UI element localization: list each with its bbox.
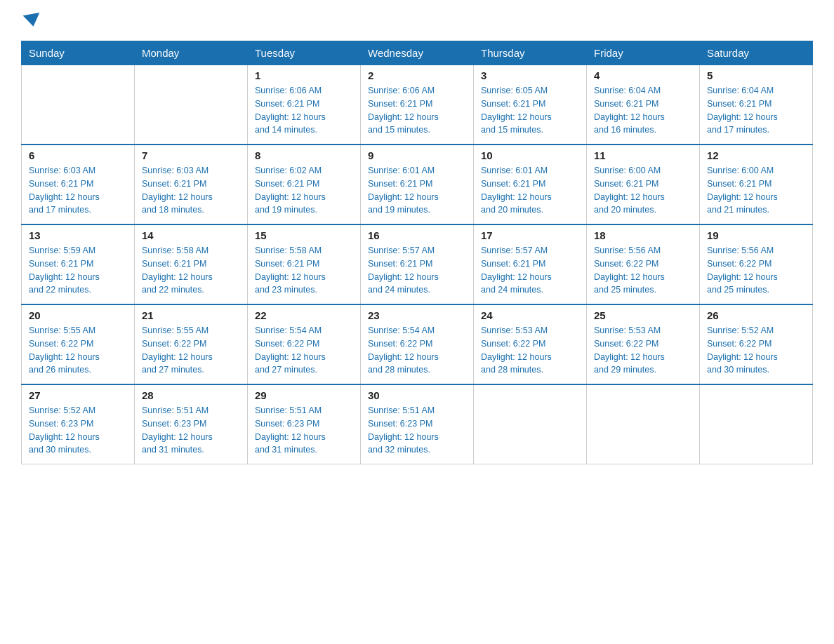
day-info: Sunrise: 5:52 AM Sunset: 6:22 PM Dayligh… [707,324,805,377]
day-number: 2 [368,69,466,81]
calendar-cell [587,384,700,464]
day-number: 16 [368,229,466,241]
calendar-cell: 10Sunrise: 6:01 AM Sunset: 6:21 PM Dayli… [474,145,587,224]
calendar-cell [135,65,248,145]
day-info: Sunrise: 6:05 AM Sunset: 6:21 PM Dayligh… [481,84,579,137]
calendar-cell: 26Sunrise: 5:52 AM Sunset: 6:22 PM Dayli… [700,304,813,384]
day-info: Sunrise: 5:52 AM Sunset: 6:23 PM Dayligh… [29,404,127,457]
calendar-cell: 20Sunrise: 5:55 AM Sunset: 6:22 PM Dayli… [22,304,135,384]
calendar-header-row: SundayMondayTuesdayWednesdayThursdayFrid… [22,41,813,65]
day-info: Sunrise: 6:00 AM Sunset: 6:21 PM Dayligh… [707,164,805,217]
day-info: Sunrise: 6:02 AM Sunset: 6:21 PM Dayligh… [255,164,353,217]
calendar-week-5: 27Sunrise: 5:52 AM Sunset: 6:23 PM Dayli… [22,384,813,464]
day-info: Sunrise: 6:03 AM Sunset: 6:21 PM Dayligh… [142,164,240,217]
day-number: 13 [29,229,127,241]
day-info: Sunrise: 6:01 AM Sunset: 6:21 PM Dayligh… [368,164,466,217]
calendar-cell: 4Sunrise: 6:04 AM Sunset: 6:21 PM Daylig… [587,65,700,145]
calendar-cell: 12Sunrise: 6:00 AM Sunset: 6:21 PM Dayli… [700,145,813,224]
day-info: Sunrise: 6:00 AM Sunset: 6:21 PM Dayligh… [594,164,692,217]
calendar-cell: 16Sunrise: 5:57 AM Sunset: 6:21 PM Dayli… [361,224,474,304]
day-info: Sunrise: 5:58 AM Sunset: 6:21 PM Dayligh… [142,244,240,297]
day-info: Sunrise: 5:58 AM Sunset: 6:21 PM Dayligh… [255,244,353,297]
day-info: Sunrise: 5:51 AM Sunset: 6:23 PM Dayligh… [255,404,353,457]
day-info: Sunrise: 5:56 AM Sunset: 6:22 PM Dayligh… [594,244,692,297]
day-info: Sunrise: 5:51 AM Sunset: 6:23 PM Dayligh… [142,404,240,457]
day-number: 18 [594,229,692,241]
day-info: Sunrise: 6:04 AM Sunset: 6:21 PM Dayligh… [594,84,692,137]
day-header-saturday: Saturday [700,41,813,65]
day-header-tuesday: Tuesday [248,41,361,65]
day-number: 14 [142,229,240,241]
page-header [21,14,813,27]
day-info: Sunrise: 6:04 AM Sunset: 6:21 PM Dayligh… [707,84,805,137]
day-number: 27 [29,389,127,401]
calendar-cell: 13Sunrise: 5:59 AM Sunset: 6:21 PM Dayli… [22,224,135,304]
day-info: Sunrise: 5:54 AM Sunset: 6:22 PM Dayligh… [255,324,353,377]
day-number: 28 [142,389,240,401]
day-info: Sunrise: 5:53 AM Sunset: 6:22 PM Dayligh… [481,324,579,377]
calendar-cell: 24Sunrise: 5:53 AM Sunset: 6:22 PM Dayli… [474,304,587,384]
day-number: 25 [594,309,692,321]
calendar-cell: 29Sunrise: 5:51 AM Sunset: 6:23 PM Dayli… [248,384,361,464]
day-number: 6 [29,149,127,161]
calendar-cell: 30Sunrise: 5:51 AM Sunset: 6:23 PM Dayli… [361,384,474,464]
day-header-thursday: Thursday [474,41,587,65]
day-number: 24 [481,309,579,321]
day-header-friday: Friday [587,41,700,65]
day-number: 29 [255,389,353,401]
logo [21,14,41,27]
day-info: Sunrise: 5:59 AM Sunset: 6:21 PM Dayligh… [29,244,127,297]
calendar-cell: 15Sunrise: 5:58 AM Sunset: 6:21 PM Dayli… [248,224,361,304]
day-number: 17 [481,229,579,241]
calendar-cell: 19Sunrise: 5:56 AM Sunset: 6:22 PM Dayli… [700,224,813,304]
calendar-week-4: 20Sunrise: 5:55 AM Sunset: 6:22 PM Dayli… [22,304,813,384]
calendar-cell: 18Sunrise: 5:56 AM Sunset: 6:22 PM Dayli… [587,224,700,304]
calendar-cell: 8Sunrise: 6:02 AM Sunset: 6:21 PM Daylig… [248,145,361,224]
day-info: Sunrise: 5:56 AM Sunset: 6:22 PM Dayligh… [707,244,805,297]
day-info: Sunrise: 5:57 AM Sunset: 6:21 PM Dayligh… [481,244,579,297]
day-info: Sunrise: 5:53 AM Sunset: 6:22 PM Dayligh… [594,324,692,377]
calendar-cell: 25Sunrise: 5:53 AM Sunset: 6:22 PM Dayli… [587,304,700,384]
calendar-week-1: 1Sunrise: 6:06 AM Sunset: 6:21 PM Daylig… [22,65,813,145]
day-number: 5 [707,69,805,81]
day-number: 12 [707,149,805,161]
calendar-cell: 28Sunrise: 5:51 AM Sunset: 6:23 PM Dayli… [135,384,248,464]
logo-arrow-icon [23,13,42,28]
calendar-cell: 11Sunrise: 6:00 AM Sunset: 6:21 PM Dayli… [587,145,700,224]
day-info: Sunrise: 6:06 AM Sunset: 6:21 PM Dayligh… [368,84,466,137]
calendar-cell: 14Sunrise: 5:58 AM Sunset: 6:21 PM Dayli… [135,224,248,304]
day-number: 15 [255,229,353,241]
calendar-cell: 1Sunrise: 6:06 AM Sunset: 6:21 PM Daylig… [248,65,361,145]
calendar-cell: 3Sunrise: 6:05 AM Sunset: 6:21 PM Daylig… [474,65,587,145]
calendar-table: SundayMondayTuesdayWednesdayThursdayFrid… [21,41,813,464]
calendar-week-2: 6Sunrise: 6:03 AM Sunset: 6:21 PM Daylig… [22,145,813,224]
day-number: 7 [142,149,240,161]
calendar-cell: 6Sunrise: 6:03 AM Sunset: 6:21 PM Daylig… [22,145,135,224]
day-header-monday: Monday [135,41,248,65]
calendar-cell: 23Sunrise: 5:54 AM Sunset: 6:22 PM Dayli… [361,304,474,384]
calendar-cell: 21Sunrise: 5:55 AM Sunset: 6:22 PM Dayli… [135,304,248,384]
day-info: Sunrise: 5:55 AM Sunset: 6:22 PM Dayligh… [142,324,240,377]
day-number: 22 [255,309,353,321]
day-info: Sunrise: 5:57 AM Sunset: 6:21 PM Dayligh… [368,244,466,297]
day-number: 30 [368,389,466,401]
day-info: Sunrise: 6:06 AM Sunset: 6:21 PM Dayligh… [255,84,353,137]
day-info: Sunrise: 6:03 AM Sunset: 6:21 PM Dayligh… [29,164,127,217]
calendar-cell [22,65,135,145]
day-number: 21 [142,309,240,321]
day-info: Sunrise: 5:54 AM Sunset: 6:22 PM Dayligh… [368,324,466,377]
day-number: 11 [594,149,692,161]
day-info: Sunrise: 6:01 AM Sunset: 6:21 PM Dayligh… [481,164,579,217]
day-number: 4 [594,69,692,81]
day-number: 9 [368,149,466,161]
day-number: 20 [29,309,127,321]
day-number: 10 [481,149,579,161]
calendar-cell [474,384,587,464]
calendar-cell: 9Sunrise: 6:01 AM Sunset: 6:21 PM Daylig… [361,145,474,224]
day-number: 19 [707,229,805,241]
calendar-cell: 5Sunrise: 6:04 AM Sunset: 6:21 PM Daylig… [700,65,813,145]
logo-general [21,14,41,27]
day-number: 26 [707,309,805,321]
day-number: 23 [368,309,466,321]
calendar-cell: 17Sunrise: 5:57 AM Sunset: 6:21 PM Dayli… [474,224,587,304]
